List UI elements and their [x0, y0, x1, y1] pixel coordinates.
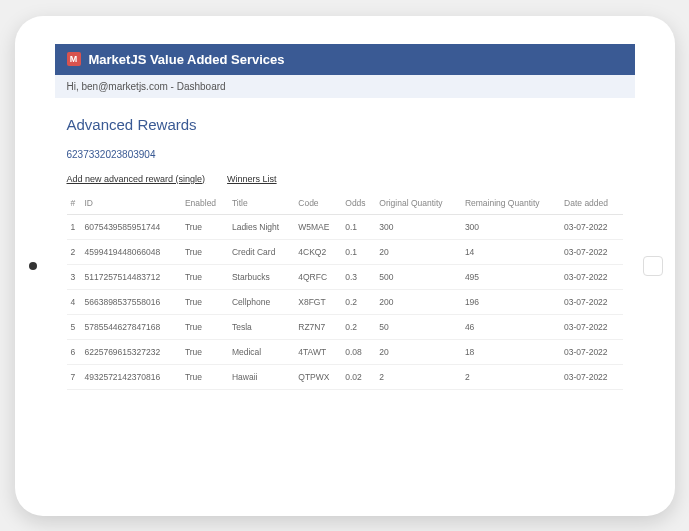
cell-rem_qty: 300 — [461, 214, 560, 239]
cell-code: QTPWX — [294, 364, 341, 389]
cell-num: 4 — [67, 289, 81, 314]
cell-odds: 0.2 — [341, 314, 375, 339]
cell-num: 2 — [67, 239, 81, 264]
camera-dot — [29, 262, 37, 270]
col-id: ID — [81, 192, 181, 215]
section-title: Advanced Rewards — [67, 116, 623, 133]
table-row[interactable]: 66225769615327232TrueMedical4TAWT0.08201… — [67, 339, 623, 364]
cell-orig_qty: 50 — [375, 314, 461, 339]
cell-date: 03-07-2022 — [560, 364, 622, 389]
table-row[interactable]: 74932572142370816TrueHawaiiQTPWX0.022203… — [67, 364, 623, 389]
cell-odds: 0.1 — [341, 239, 375, 264]
cell-id: 4599419448066048 — [81, 239, 181, 264]
cell-odds: 0.08 — [341, 339, 375, 364]
table-row[interactable]: 45663898537558016TrueCellphoneX8FGT0.220… — [67, 289, 623, 314]
cell-rem_qty: 18 — [461, 339, 560, 364]
action-links: Add new advanced reward (single) Winners… — [67, 174, 623, 184]
app-header: M MarketJS Value Added Services — [55, 44, 635, 75]
col-date: Date added — [560, 192, 622, 215]
table-header-row: # ID Enabled Title Code Odds Original Qu… — [67, 192, 623, 215]
cell-num: 3 — [67, 264, 81, 289]
home-button[interactable] — [643, 256, 663, 276]
cell-odds: 0.02 — [341, 364, 375, 389]
cell-rem_qty: 14 — [461, 239, 560, 264]
tablet-frame: M MarketJS Value Added Services Hi, ben@… — [15, 16, 675, 516]
cell-id: 6075439585951744 — [81, 214, 181, 239]
add-new-link[interactable]: Add new advanced reward (single) — [67, 174, 206, 184]
col-title: Title — [228, 192, 294, 215]
cell-orig_qty: 500 — [375, 264, 461, 289]
cell-rem_qty: 495 — [461, 264, 560, 289]
cell-title: Credit Card — [228, 239, 294, 264]
cell-odds: 0.1 — [341, 214, 375, 239]
cell-enabled: True — [181, 364, 228, 389]
cell-title: Starbucks — [228, 264, 294, 289]
cell-orig_qty: 2 — [375, 364, 461, 389]
cell-date: 03-07-2022 — [560, 314, 622, 339]
col-code: Code — [294, 192, 341, 215]
col-enabled: Enabled — [181, 192, 228, 215]
cell-date: 03-07-2022 — [560, 339, 622, 364]
cell-orig_qty: 300 — [375, 214, 461, 239]
table-row[interactable]: 55785544627847168TrueTeslaRZ7N70.2504603… — [67, 314, 623, 339]
cell-enabled: True — [181, 314, 228, 339]
col-num: # — [67, 192, 81, 215]
cell-enabled: True — [181, 264, 228, 289]
cell-rem_qty: 196 — [461, 289, 560, 314]
cell-title: Tesla — [228, 314, 294, 339]
cell-enabled: True — [181, 239, 228, 264]
cell-odds: 0.3 — [341, 264, 375, 289]
cell-code: 4TAWT — [294, 339, 341, 364]
app-title: MarketJS Value Added Services — [89, 52, 285, 67]
cell-title: Ladies Night — [228, 214, 294, 239]
cell-date: 03-07-2022 — [560, 289, 622, 314]
table-row[interactable]: 24599419448066048TrueCredit Card4CKQ20.1… — [67, 239, 623, 264]
cell-id: 5663898537558016 — [81, 289, 181, 314]
logo-icon: M — [67, 52, 81, 66]
cell-title: Medical — [228, 339, 294, 364]
cell-orig_qty: 20 — [375, 339, 461, 364]
col-odds: Odds — [341, 192, 375, 215]
cell-code: W5MAE — [294, 214, 341, 239]
cell-date: 03-07-2022 — [560, 239, 622, 264]
cell-num: 1 — [67, 214, 81, 239]
cell-odds: 0.2 — [341, 289, 375, 314]
main-content: Advanced Rewards 6237332023803904 Add ne… — [55, 98, 635, 488]
cell-enabled: True — [181, 339, 228, 364]
winners-list-link[interactable]: Winners List — [227, 174, 277, 184]
cell-rem_qty: 46 — [461, 314, 560, 339]
cell-id: 5117257514483712 — [81, 264, 181, 289]
cell-orig_qty: 20 — [375, 239, 461, 264]
cell-code: 4CKQ2 — [294, 239, 341, 264]
cell-title: Hawaii — [228, 364, 294, 389]
col-orig-qty: Original Quantity — [375, 192, 461, 215]
cell-num: 7 — [67, 364, 81, 389]
cell-date: 03-07-2022 — [560, 264, 622, 289]
cell-title: Cellphone — [228, 289, 294, 314]
table-row[interactable]: 16075439585951744TrueLadies NightW5MAE0.… — [67, 214, 623, 239]
cell-enabled: True — [181, 289, 228, 314]
cell-rem_qty: 2 — [461, 364, 560, 389]
cell-id: 5785544627847168 — [81, 314, 181, 339]
cell-num: 6 — [67, 339, 81, 364]
app-screen: M MarketJS Value Added Services Hi, ben@… — [55, 44, 635, 488]
cell-orig_qty: 200 — [375, 289, 461, 314]
greeting-text: Hi, ben@marketjs.com - Dashboard — [67, 81, 226, 92]
col-rem-qty: Remaining Quantity — [461, 192, 560, 215]
cell-date: 03-07-2022 — [560, 214, 622, 239]
cell-code: RZ7N7 — [294, 314, 341, 339]
sub-header: Hi, ben@marketjs.com - Dashboard — [55, 75, 635, 98]
section-id: 6237332023803904 — [67, 149, 623, 160]
cell-id: 6225769615327232 — [81, 339, 181, 364]
cell-enabled: True — [181, 214, 228, 239]
cell-code: X8FGT — [294, 289, 341, 314]
rewards-table: # ID Enabled Title Code Odds Original Qu… — [67, 192, 623, 390]
cell-code: 4QRFC — [294, 264, 341, 289]
table-row[interactable]: 35117257514483712TrueStarbucks4QRFC0.350… — [67, 264, 623, 289]
cell-id: 4932572142370816 — [81, 364, 181, 389]
cell-num: 5 — [67, 314, 81, 339]
